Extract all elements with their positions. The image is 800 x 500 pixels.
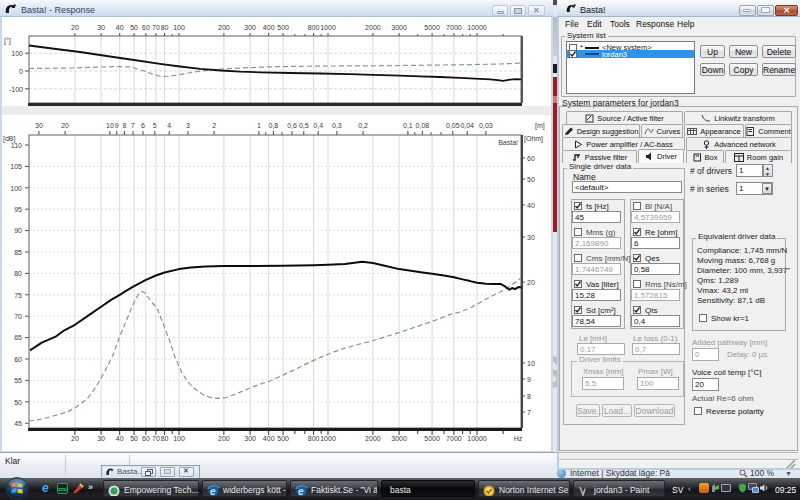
svg-text:0: 0 xyxy=(19,68,23,75)
svg-text:3: 3 xyxy=(186,122,190,129)
svg-text:0,04: 0,04 xyxy=(460,122,474,129)
svg-text:30: 30 xyxy=(35,122,43,129)
svg-text:200: 200 xyxy=(218,435,230,442)
svg-text:100: 100 xyxy=(173,24,185,31)
svg-text:[m]: [m] xyxy=(535,122,545,130)
svg-text:0,4: 0,4 xyxy=(313,122,323,129)
svg-text:20: 20 xyxy=(71,435,79,442)
svg-text:7: 7 xyxy=(131,122,135,129)
svg-text:300: 300 xyxy=(244,24,256,31)
svg-text:50: 50 xyxy=(14,399,22,406)
svg-text:200: 200 xyxy=(218,24,230,31)
svg-text:800: 800 xyxy=(308,24,320,31)
svg-text:60: 60 xyxy=(14,356,22,363)
svg-text:0,05: 0,05 xyxy=(446,122,460,129)
svg-text:50: 50 xyxy=(130,435,138,442)
svg-text:e: e xyxy=(210,486,216,497)
svg-text:50: 50 xyxy=(527,176,535,183)
svg-text:100: 100 xyxy=(11,50,23,57)
svg-text:Basta!: Basta! xyxy=(498,139,518,146)
svg-text:0,03: 0,03 xyxy=(479,122,493,129)
svg-text:75: 75 xyxy=(14,292,22,299)
svg-text:110: 110 xyxy=(11,142,22,149)
svg-text:10000: 10000 xyxy=(467,24,487,31)
svg-text:3000: 3000 xyxy=(391,24,407,31)
svg-text:3000: 3000 xyxy=(391,435,407,442)
svg-text:0,3: 0,3 xyxy=(332,122,342,129)
svg-text:0,08: 0,08 xyxy=(416,122,430,129)
svg-text:1000: 1000 xyxy=(320,435,336,442)
svg-text:10: 10 xyxy=(106,122,114,129)
svg-text:6: 6 xyxy=(141,122,145,129)
svg-text:100: 100 xyxy=(173,435,185,442)
svg-text:40: 40 xyxy=(116,24,124,31)
svg-text:-100: -100 xyxy=(9,86,23,93)
svg-text:45: 45 xyxy=(14,420,22,427)
svg-text:7: 7 xyxy=(527,409,531,416)
svg-text:40: 40 xyxy=(527,202,535,209)
svg-text:500: 500 xyxy=(277,435,289,442)
svg-text:e: e xyxy=(298,486,304,497)
svg-text:95: 95 xyxy=(14,206,22,213)
svg-text:70: 70 xyxy=(152,435,160,442)
svg-text:50: 50 xyxy=(130,24,138,31)
svg-text:5: 5 xyxy=(153,122,157,129)
svg-text:70: 70 xyxy=(152,24,160,31)
svg-text:0,6: 0,6 xyxy=(287,122,297,129)
svg-text:85: 85 xyxy=(14,249,22,256)
svg-text:70: 70 xyxy=(14,313,22,320)
svg-text:1: 1 xyxy=(257,122,261,129)
svg-text:60: 60 xyxy=(527,155,535,162)
svg-text:90: 90 xyxy=(14,227,22,234)
svg-text:30: 30 xyxy=(97,24,105,31)
svg-text:300: 300 xyxy=(244,435,256,442)
svg-text:7000: 7000 xyxy=(446,435,462,442)
svg-text:100: 100 xyxy=(10,185,22,192)
svg-text:20: 20 xyxy=(71,24,79,31)
svg-text:400: 400 xyxy=(263,435,275,442)
svg-text:800: 800 xyxy=(308,435,320,442)
svg-text:20: 20 xyxy=(61,122,69,129)
svg-text:0,1: 0,1 xyxy=(403,122,413,129)
svg-text:40: 40 xyxy=(116,435,124,442)
svg-text:30: 30 xyxy=(527,234,535,241)
svg-text:4: 4 xyxy=(167,122,171,129)
svg-text:60: 60 xyxy=(142,24,150,31)
svg-text:5000: 5000 xyxy=(424,24,440,31)
svg-text:55: 55 xyxy=(14,377,22,384)
svg-text:20: 20 xyxy=(527,279,535,286)
svg-text:400: 400 xyxy=(263,24,275,31)
svg-text:2000: 2000 xyxy=(365,24,381,31)
svg-text:10000: 10000 xyxy=(467,435,487,442)
svg-text:60: 60 xyxy=(142,435,150,442)
svg-text:2: 2 xyxy=(212,122,216,129)
svg-text:65: 65 xyxy=(14,334,22,341)
svg-text:5000: 5000 xyxy=(424,435,440,442)
svg-text:0,8: 0,8 xyxy=(269,122,279,129)
svg-text:500: 500 xyxy=(277,24,289,31)
svg-text:80: 80 xyxy=(161,24,169,31)
svg-text:80: 80 xyxy=(161,435,169,442)
svg-text:Hz: Hz xyxy=(514,435,523,442)
svg-text:9: 9 xyxy=(115,122,119,129)
svg-text:0,2: 0,2 xyxy=(358,122,368,129)
svg-text:8: 8 xyxy=(122,122,126,129)
svg-text:80: 80 xyxy=(14,270,22,277)
svg-text:105: 105 xyxy=(10,163,22,170)
svg-text:[Ohm]: [Ohm] xyxy=(524,135,543,143)
svg-text:30: 30 xyxy=(97,435,105,442)
svg-text:1000: 1000 xyxy=(320,24,336,31)
svg-text:0,5: 0,5 xyxy=(299,122,309,129)
svg-text:10: 10 xyxy=(527,360,535,367)
svg-text:[°]: [°] xyxy=(4,37,11,45)
svg-text:7000: 7000 xyxy=(446,24,462,31)
svg-text:2000: 2000 xyxy=(365,435,381,442)
svg-text:8: 8 xyxy=(527,393,531,400)
svg-text:9: 9 xyxy=(527,376,531,383)
